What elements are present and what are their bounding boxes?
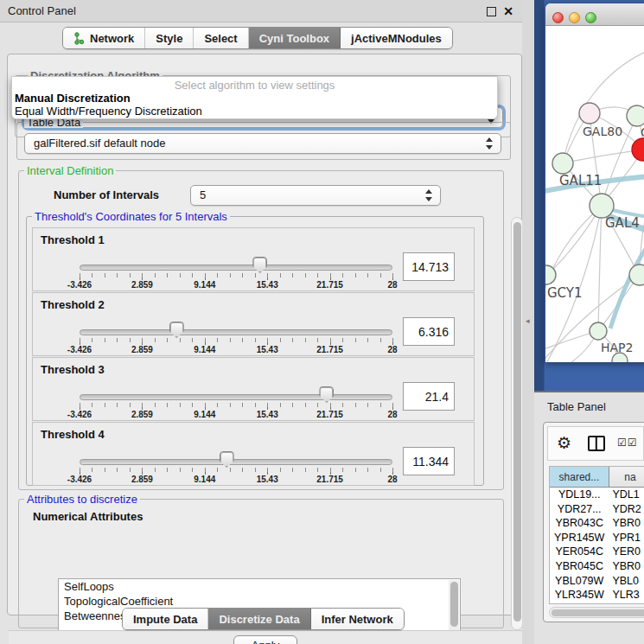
slider-tick-label: 2.859 [131, 345, 153, 354]
table-header-row: shared... na [550, 467, 644, 488]
tab-network-label: Network [90, 32, 134, 45]
table-cell: YBR0 [609, 559, 644, 574]
control-panel-tabbar: Network Style Select Cyni Toolbox jActiv… [62, 27, 453, 49]
threshold-3-value-field[interactable] [403, 382, 455, 411]
threshold-4-panel: Threshold 4 -3.4262.8599.14415.4321.7152… [32, 422, 475, 486]
control-panel: Control Panel ✕ Network Style Select Cyn… [0, 0, 522, 644]
threshold-1-panel: Threshold 1 -3.4262.8599.14415.4321.7152… [32, 227, 475, 291]
tab-select[interactable]: Select [194, 28, 248, 48]
threshold-4-slider-thumb[interactable] [220, 451, 234, 468]
minimize-traffic-light-icon[interactable] [569, 12, 580, 23]
node-label-hap2: HAP2 [601, 341, 633, 354]
interval-definition-group-label: Interval Definition [24, 165, 116, 176]
node-label-gal4: GAL4 [605, 215, 640, 231]
close-icon[interactable]: ✕ [503, 3, 513, 19]
close-traffic-light-icon[interactable] [552, 12, 564, 23]
slider-tick-label: 15.43 [257, 475, 278, 484]
threshold-1-value-field[interactable] [403, 252, 455, 281]
splitter-handle-icon[interactable]: ◂ [526, 316, 530, 325]
node-gal11[interactable] [552, 153, 573, 174]
table-row[interactable]: YIL052CYIL0 [550, 603, 644, 604]
zoom-traffic-light-icon[interactable] [585, 12, 596, 23]
right-region: GAL80 GA C GAL11 GAL4 GCY1 H HAP2 Table [534, 0, 644, 644]
node-table: shared... na YDL19...YDL1YDR27...YDR2YBR… [549, 466, 644, 604]
tab-cyni-toolbox-label: Cyni Toolbox [259, 32, 329, 45]
table-cell: YDR27... [550, 502, 609, 517]
table-cell: YDL1 [609, 488, 644, 502]
slider-minor-ticks [80, 468, 394, 472]
slider-tick-label: 15.43 [257, 345, 278, 354]
tab-discretize-data[interactable]: Discretize Data [208, 609, 310, 629]
node[interactable] [627, 105, 644, 126]
threshold-4-value-field[interactable] [403, 447, 455, 475]
table-cell: YIL052C [550, 603, 609, 604]
column-header-name[interactable]: na [609, 467, 644, 487]
number-of-intervals-value: 5 [200, 188, 206, 201]
node-gal80[interactable] [579, 103, 600, 124]
content-scrollbar[interactable] [511, 217, 523, 630]
tab-impute-data-label: Impute Data [133, 613, 197, 626]
network-canvas[interactable]: GAL80 GA C GAL11 GAL4 GCY1 H HAP2 [545, 26, 644, 362]
node[interactable] [629, 265, 644, 285]
attributes-group-label: Attributes to discretize [24, 494, 140, 505]
table-row[interactable]: YDL19...YDL1 [550, 488, 644, 502]
table-horizontal-scrollbar[interactable] [549, 607, 644, 618]
algorithm-option-equal-width[interactable]: Equal Width/Frequency Discretization [15, 105, 202, 118]
slider-tick-label: 21.715 [316, 410, 343, 419]
table-row[interactable]: YER054CYER0 [550, 545, 644, 559]
tab-infer-network-label: Infer Network [322, 613, 393, 626]
tab-cyni-toolbox[interactable]: Cyni Toolbox [249, 28, 341, 48]
threshold-1-slider-track[interactable] [80, 265, 392, 271]
checkbox-checked-icons[interactable]: ☑☑ [617, 437, 638, 449]
list-scrollbar[interactable] [449, 580, 459, 632]
table-panel-box: ⚙ ☑☑ shared... na YDL19...YDL1YDR27...YD… [543, 422, 644, 622]
threshold-2-panel: Threshold 2 -3.4262.8599.14415.4321.7152… [32, 292, 475, 356]
list-item[interactable]: TopologicalCoefficient [59, 594, 460, 609]
thresholds-group: Threshold's Coordinates for 5 Intervals … [26, 216, 484, 486]
algorithm-option-manual[interactable]: Manual Discretization [15, 92, 131, 105]
slider-tick-label: 28 [387, 410, 397, 419]
network-icon [73, 32, 85, 45]
threshold-4-slider-track[interactable] [80, 459, 392, 465]
network-window: GAL80 GA C GAL11 GAL4 GCY1 H HAP2 [545, 3, 644, 362]
threshold-2-label: Threshold 2 [41, 298, 105, 311]
tab-select-label: Select [204, 32, 237, 45]
threshold-3-slider-track[interactable] [80, 394, 392, 400]
network-nodes [545, 103, 644, 362]
threshold-2-value-field[interactable] [403, 317, 455, 346]
table-row[interactable]: YBR043CYBR0 [550, 516, 644, 531]
node-selected-red[interactable] [632, 138, 644, 161]
tab-style[interactable]: Style [145, 28, 194, 48]
table-data-group: Table Data galFiltered.sif default node [16, 122, 511, 160]
algorithm-placeholder: Select algorithm to view settings [12, 79, 497, 92]
table-row[interactable]: YBL079WYBL0 [550, 574, 644, 589]
table-row[interactable]: YLR345WYLR3 [550, 588, 644, 603]
gear-icon[interactable]: ⚙ [557, 433, 571, 453]
slider-tick-label: 28 [387, 475, 397, 484]
split-pane-icon[interactable] [588, 436, 605, 451]
slider-tick-label: 9.144 [194, 410, 215, 419]
threshold-2-slider-track[interactable] [80, 329, 392, 335]
slider-tick-label: 21.715 [316, 280, 343, 290]
list-item[interactable]: SelfLoops [59, 579, 460, 594]
tab-network[interactable]: Network [63, 28, 145, 48]
threshold-1-slider-thumb[interactable] [252, 257, 267, 273]
node-hap2[interactable] [590, 322, 607, 340]
tab-jactivemnodules[interactable]: jActiveMNodules [341, 28, 452, 48]
number-of-intervals-combobox[interactable]: 5 [190, 185, 441, 206]
tab-impute-data[interactable]: Impute Data [123, 609, 208, 629]
table-data-combobox[interactable]: galFiltered.sif default node [24, 133, 501, 154]
float-window-icon[interactable] [487, 7, 496, 16]
table-cell: YBR045C [550, 559, 609, 574]
table-row[interactable]: YPR145WYPR1 [550, 531, 644, 545]
table-row[interactable]: YDR27...YDR2 [550, 502, 644, 517]
threshold-2-slider-thumb[interactable] [169, 322, 184, 338]
tab-infer-network[interactable]: Infer Network [311, 609, 404, 629]
threshold-3-slider-thumb[interactable] [319, 386, 334, 403]
slider-tick-label: 2.859 [131, 280, 153, 290]
slider-tick-label: 2.859 [131, 410, 153, 419]
table-row[interactable]: YBR045CYBR0 [550, 559, 644, 574]
apply-button[interactable]: Apply [233, 635, 297, 644]
node-gal4[interactable] [590, 194, 614, 218]
column-header-shared[interactable]: shared... [550, 467, 609, 487]
